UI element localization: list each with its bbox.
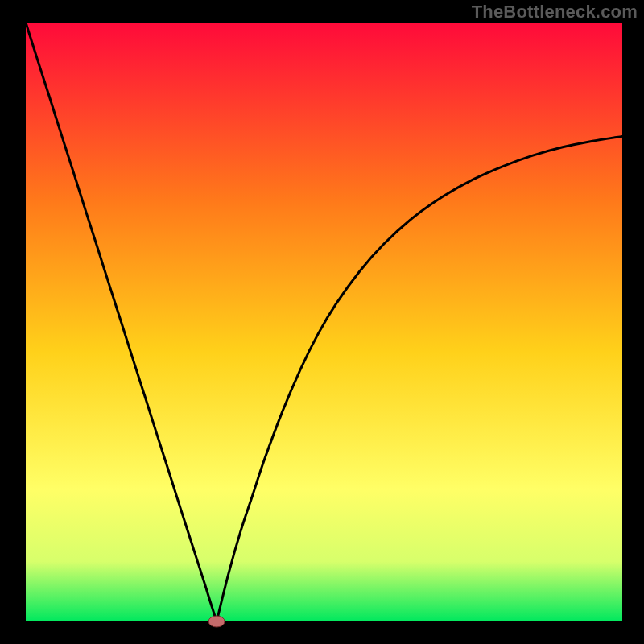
watermark-text: TheBottleneck.com xyxy=(472,2,638,23)
outer-frame: TheBottleneck.com xyxy=(0,0,644,644)
chart-svg xyxy=(0,0,644,644)
min-marker xyxy=(208,616,225,627)
min-marker-dot xyxy=(208,616,225,627)
